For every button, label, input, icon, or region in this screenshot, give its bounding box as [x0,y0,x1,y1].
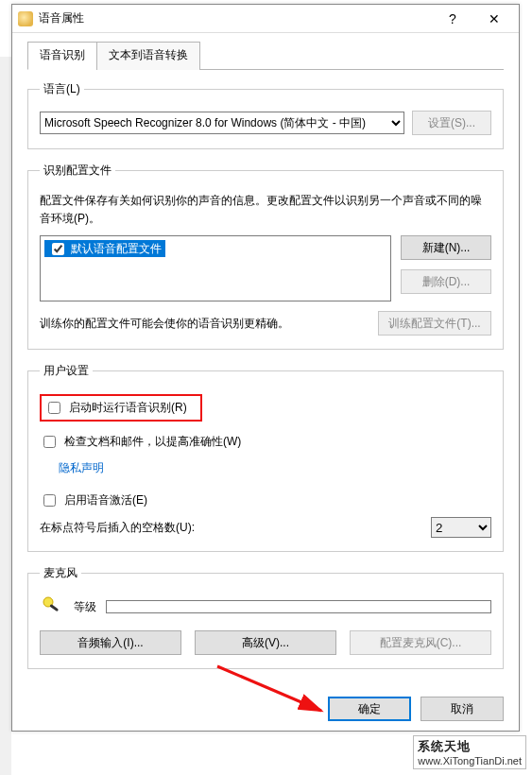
run-on-start-checkbox[interactable] [48,402,60,414]
window-title: 语音属性 [39,10,432,26]
run-on-start-label: 启动时运行语音识别(R) [69,400,187,416]
microphone-legend: 麦克风 [40,565,81,581]
profile-item-label: 默认语音配置文件 [71,241,162,257]
watermark-url: www.XiTongTianDi.net [418,755,522,766]
review-docs-checkbox[interactable] [43,436,56,448]
microphone-icon [40,594,64,619]
ok-button[interactable]: 确定 [328,697,411,721]
speech-properties-dialog: 语音属性 ? ✕ 语音识别 文本到语音转换 语言(L) Microsoft Sp… [11,4,520,732]
microphone-group: 麦克风 等级 音频输入(I)... 高级(V)... 配置麦克风(C)... [27,565,504,669]
profile-item-checkbox[interactable] [52,243,64,255]
help-button[interactable]: ? [432,6,473,32]
language-legend: 语言(L) [40,81,84,97]
tabstrip: 语音识别 文本到语音转换 [27,41,504,70]
profile-delete-button[interactable]: 删除(D)... [401,269,491,294]
level-label: 等级 [74,599,96,615]
annotation-highlight: 启动时运行语音识别(R) [40,394,202,422]
speech-icon [18,11,33,26]
user-settings-legend: 用户设置 [40,363,93,379]
cancel-button[interactable]: 取消 [420,697,504,721]
tab-text-to-speech[interactable]: 文本到语音转换 [96,42,200,70]
profile-new-button[interactable]: 新建(N)... [401,235,491,260]
spaces-select[interactable]: 2 [431,517,491,538]
profile-description: 配置文件保存有关如何识别你的声音的信息。更改配置文件以识别另一个声音或不同的噪音… [40,192,491,228]
svg-rect-1 [49,604,59,611]
advanced-button[interactable]: 高级(V)... [195,630,336,655]
spaces-label: 在标点符号后插入的空格数(U): [40,520,421,536]
enable-voice-activation-label: 启用语音激活(E) [64,492,147,508]
tab-speech-recognition[interactable]: 语音识别 [27,42,97,70]
watermark: 系统天地 www.XiTongTianDi.net [413,735,526,769]
enable-voice-activation-checkbox[interactable] [43,494,56,507]
dialog-content: 语音识别 文本到语音转换 语言(L) Microsoft Speech Reco… [12,33,519,694]
train-profile-button[interactable]: 训练配置文件(T)... [378,311,491,336]
profile-group: 识别配置文件 配置文件保存有关如何识别你的声音的信息。更改配置文件以识别另一个声… [27,163,504,350]
watermark-title: 系统天地 [418,738,522,755]
profile-item-default[interactable]: 默认语音配置文件 [44,240,165,257]
profile-listbox[interactable]: 默认语音配置文件 [40,235,391,301]
language-group: 语言(L) Microsoft Speech Recognizer 8.0 fo… [27,81,504,149]
microphone-level-meter [106,600,491,613]
train-description: 训练你的配置文件可能会使你的语音识别更精确。 [40,316,289,332]
profile-legend: 识别配置文件 [40,163,115,179]
dialog-footer: 确定 取消 [328,697,504,721]
titlebar: 语音属性 ? ✕ [12,5,519,33]
review-docs-label: 检查文档和邮件，以提高准确性(W) [64,434,241,450]
close-button[interactable]: ✕ [473,6,515,32]
audio-input-button[interactable]: 音频输入(I)... [40,630,181,655]
configure-microphone-button[interactable]: 配置麦克风(C)... [350,630,491,655]
privacy-link[interactable]: 隐私声明 [59,460,104,476]
background-window-edge [0,57,11,775]
recognizer-select[interactable]: Microsoft Speech Recognizer 8.0 for Wind… [40,112,404,134]
user-settings-group: 用户设置 启动时运行语音识别(R) 检查文档和邮件，以提高准确性(W) 隐私声明… [27,363,504,552]
recognizer-settings-button[interactable]: 设置(S)... [412,111,491,135]
